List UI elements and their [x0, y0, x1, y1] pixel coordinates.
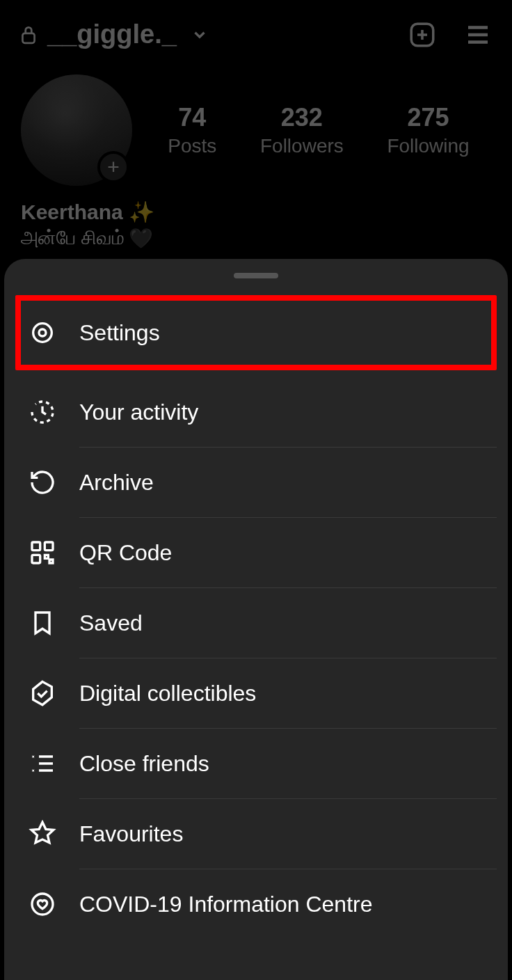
menu-favourites[interactable]: Favourites	[15, 799, 497, 869]
menu-closefriends-label: Close friends	[79, 751, 209, 777]
sheet-grabber[interactable]	[234, 273, 278, 278]
menu-saved[interactable]: Saved	[15, 588, 497, 658]
menu-settings[interactable]: Settings	[21, 301, 491, 365]
stat-following-label: Following	[387, 135, 469, 157]
stat-following-value: 275	[387, 103, 469, 132]
qrcode-icon	[26, 539, 58, 567]
hamburger-menu-icon[interactable]	[463, 20, 493, 49]
stat-posts-value: 74	[168, 103, 216, 132]
settings-highlight: Settings	[15, 295, 497, 370]
menu-saved-label: Saved	[79, 610, 143, 636]
profile-header: __giggle._	[0, 0, 512, 61]
menu-archive-label: Archive	[79, 470, 154, 496]
bookmark-icon	[26, 609, 58, 637]
username[interactable]: __giggle._	[47, 19, 177, 49]
stat-followers-label: Followers	[260, 135, 344, 157]
svg-point-3	[39, 329, 46, 336]
display-name: Keerthana ✨	[21, 200, 491, 224]
bio-section: Keerthana ✨ அன்பே சிவம் 🖤	[0, 186, 512, 250]
menu-favourites-label: Favourites	[79, 821, 183, 847]
create-post-button[interactable]	[408, 20, 437, 49]
svg-rect-6	[32, 555, 40, 563]
menu-activity[interactable]: Your activity	[15, 377, 497, 447]
stat-posts-label: Posts	[168, 135, 216, 157]
menu-activity-label: Your activity	[79, 400, 198, 425]
menu-collectibles[interactable]: Digital collectibles	[15, 658, 497, 728]
hexagon-check-icon	[26, 679, 58, 707]
svg-point-7	[32, 894, 53, 915]
menu-qrcode[interactable]: QR Code	[15, 518, 497, 587]
menu-collectibles-label: Digital collectibles	[79, 681, 256, 706]
stat-posts[interactable]: 74 Posts	[168, 103, 216, 157]
svg-point-2	[33, 324, 52, 342]
stat-following[interactable]: 275 Following	[387, 103, 469, 157]
avatar-wrap[interactable]: +	[21, 74, 132, 186]
bottom-sheet: Settings Your activity Archive	[4, 259, 508, 980]
list-star-icon	[26, 750, 58, 777]
profile-stats-row: + 74 Posts 232 Followers 275 Following	[0, 61, 512, 186]
add-story-icon[interactable]: +	[97, 151, 129, 183]
menu-settings-label: Settings	[79, 320, 160, 346]
menu-qrcode-label: QR Code	[79, 540, 172, 566]
svg-rect-4	[32, 542, 40, 551]
heart-icon: 🖤	[129, 227, 153, 250]
stat-followers-value: 232	[260, 103, 344, 132]
bio-text: அன்பே சிவம்	[21, 227, 125, 250]
svg-rect-5	[45, 542, 53, 551]
menu-archive[interactable]: Archive	[15, 448, 497, 517]
svg-rect-0	[22, 33, 34, 42]
heart-circle-icon	[26, 890, 58, 918]
menu-closefriends[interactable]: Close friends	[15, 729, 497, 798]
chevron-down-icon[interactable]	[191, 26, 209, 44]
star-icon	[26, 820, 58, 848]
lock-icon	[19, 24, 38, 45]
menu-covid[interactable]: COVID-19 Information Centre	[15, 869, 497, 939]
archive-icon	[26, 468, 58, 496]
gear-icon	[26, 319, 58, 347]
menu-covid-label: COVID-19 Information Centre	[79, 892, 373, 917]
stat-followers[interactable]: 232 Followers	[260, 103, 344, 157]
activity-icon	[26, 398, 58, 426]
